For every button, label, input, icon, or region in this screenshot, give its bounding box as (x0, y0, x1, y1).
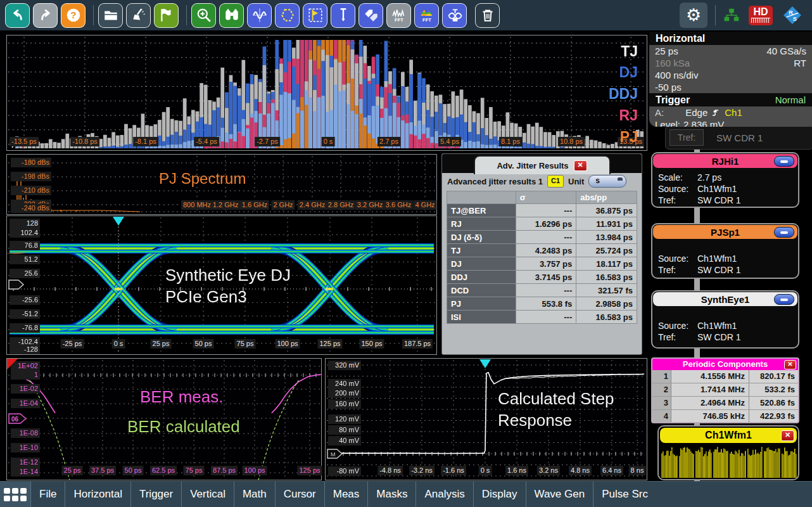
delete-button[interactable] (475, 3, 500, 28)
clear-sweep-button[interactable] (126, 3, 151, 28)
hd-mode-badge[interactable]: HD (749, 6, 773, 25)
eye-title-line1: Synthetic Eye DJ (165, 266, 291, 285)
menu-item-pulse-src[interactable]: Pulse Src (593, 482, 656, 507)
menu-item-display[interactable]: Display (473, 482, 526, 507)
step-x-tick: 1.6 ns (505, 466, 528, 475)
close-icon[interactable]: ✕ (574, 160, 587, 171)
dialog-tab[interactable]: Adv. Jitter Results ✕ (474, 155, 611, 174)
menu-item-trigger[interactable]: Trigger (130, 482, 181, 507)
cursor-button[interactable] (247, 3, 272, 28)
menu-item-horizontal[interactable]: Horizontal (65, 482, 130, 507)
menu-item-wave-gen[interactable]: Wave Gen (526, 482, 593, 507)
source-channel-badge[interactable]: C1 (547, 175, 564, 188)
signal-panel-title: RJHi1 (712, 156, 739, 167)
mask-test-button[interactable] (275, 3, 300, 28)
menu-item-masks[interactable]: Masks (367, 482, 416, 507)
measurement-button[interactable] (331, 3, 355, 28)
step-x-tick: 6.4 ns (600, 466, 623, 475)
spectrum-x-tick: 800 MHz (181, 200, 213, 210)
annotation-button[interactable] (303, 3, 327, 28)
periodic-components-panel[interactable]: Periodic Components ✕ 14.1556 MHz820.17 … (651, 357, 799, 423)
menu-item-cursor[interactable]: Cursor (275, 482, 324, 507)
ber-meas-label: BER meas. (140, 387, 224, 407)
results-row: DDJ3.7145 ps16.583 ps (447, 271, 637, 284)
menu-item-analysis[interactable]: Analysis (416, 482, 473, 507)
acquisition-info-panel[interactable]: Horizontal 25 ps40 GSa/s160 kSaRT400 ns/… (649, 32, 812, 127)
trigger-position-marker[interactable] (479, 359, 491, 368)
step-reference-marker[interactable]: M (327, 449, 343, 461)
fft-on-button[interactable]: FFT (414, 3, 439, 28)
result-abspp: 25.724 ps (576, 244, 637, 257)
step-title-line1: Calculated Step (498, 389, 614, 409)
menu-item-math[interactable]: Math (234, 482, 275, 507)
rjhi1-signal-panel[interactable]: RJHi1Scale:2.7 psSource:Ch1Wfm1Tref:SW C… (651, 152, 799, 208)
network-icon (723, 7, 740, 23)
pj-spectrum-plot[interactable]: PJ Spectrum -180 dBs-198 dBs-210 dBs-222… (6, 154, 437, 215)
minimize-button[interactable] (774, 294, 794, 305)
help-button[interactable]: ? (61, 3, 86, 28)
search-button[interactable] (219, 3, 244, 28)
unit-select[interactable]: s (588, 175, 626, 188)
periodic-component-row: 21.7414 MHz533.2 fs (652, 383, 798, 397)
syntheye1-header[interactable]: SynthEye1 (653, 292, 797, 306)
eye-y-tick: 102.4 (10, 228, 40, 238)
menu-item-vertical[interactable]: Vertical (181, 482, 234, 507)
ch1wfm1-header[interactable]: Ch1Wfm1 ✕ (660, 428, 797, 443)
folder-icon (103, 7, 119, 23)
spectrum-x-tick: 2 GHz (271, 200, 295, 210)
fft-off-button[interactable]: FFT (386, 3, 411, 28)
ber-level-marker[interactable]: 06 (8, 413, 27, 427)
trigger-position-marker[interactable] (113, 217, 124, 226)
question-icon: ? (65, 7, 82, 23)
result-name: DCD (447, 284, 516, 297)
rjhi1-header[interactable]: RJHi1 (653, 154, 797, 168)
syntheye1-signal-panel[interactable]: SynthEye1Source:Ch1Wfm1Tref:SW CDR 1 (651, 290, 799, 349)
waveform-cursor-icon (251, 7, 268, 23)
step-y-tick: 240 mV (328, 379, 361, 388)
eye-reference-marker[interactable] (8, 279, 25, 292)
step-response-plot[interactable]: M Calculated Step Response 320 mV240 mV2… (325, 358, 647, 480)
ber-bathtub-plot[interactable]: 06 BER meas. BER calculated 1E+0211E-021… (6, 358, 322, 480)
eye-x-tick: -25 ps (61, 339, 84, 349)
results-row: ISI---16.583 ps (447, 311, 637, 324)
ber-y-tick: 1E-08 (11, 428, 40, 438)
labels-button[interactable] (358, 3, 383, 28)
minimize-button[interactable] (774, 156, 794, 167)
jitter-histogram-plot[interactable]: -13.5 ps-10.8 ps-8.1 ps-5.4 ps-2.7 ps0 s… (6, 35, 647, 151)
trash-icon (479, 7, 496, 23)
ch1wfm1-panel[interactable]: Ch1Wfm1 ✕ (657, 425, 799, 480)
settings-button[interactable]: ⚙ (680, 3, 707, 28)
undo-button[interactable] (5, 3, 30, 28)
signal-panel-row: Source:Ch1Wfm1 (658, 183, 792, 195)
results-row: DJ3.757 ps18.117 ps (447, 257, 637, 271)
adv-jitter-results-dialog[interactable]: Adv. Jitter Results ✕ Advanced jitter re… (441, 153, 642, 355)
zoom-button[interactable] (191, 3, 216, 28)
menu-item-meas[interactable]: Meas (324, 482, 368, 507)
redo-button[interactable] (33, 3, 58, 28)
svg-text:M: M (331, 451, 336, 458)
spectrum-y-tick: -210 dBs (11, 186, 51, 195)
signal-panel-title: PJSp1 (711, 227, 740, 238)
edge-trigger-icon (711, 108, 721, 117)
close-icon[interactable]: ✕ (784, 360, 796, 369)
horizontal-row: -50 ps (649, 81, 812, 93)
result-abspp: 321.57 fs (576, 284, 637, 297)
signal-label-button[interactable] (154, 3, 179, 28)
open-file-button[interactable] (98, 3, 123, 28)
results-row: TJ4.2483 ps25.724 ps (447, 244, 637, 257)
minimize-button[interactable] (774, 227, 794, 238)
pjsp1-signal-panel[interactable]: PJSp1Source:Ch1Wfm1Tref:SW CDR 1 (651, 223, 799, 279)
apps-menu-button[interactable] (0, 482, 30, 507)
eye-mask-button[interactable] (442, 3, 467, 28)
main-menu-bar: FileHorizontalTriggerVerticalMathCursorM… (0, 481, 812, 507)
eye-y-tick: 51.2 (10, 255, 40, 264)
eye-x-tick: 50 ps (193, 339, 214, 349)
synthetic-eye-plot[interactable]: Synthetic Eye DJ PCIe Gen3 128102.476.85… (6, 215, 437, 355)
close-icon[interactable]: ✕ (781, 430, 794, 441)
menu-item-file[interactable]: File (30, 482, 65, 507)
pjsp1-header[interactable]: PJSp1 (653, 225, 797, 239)
hist-x-tick: -13.5 ps (10, 137, 39, 146)
rs-logo-icon: RS (782, 4, 803, 26)
synthetic-eye-canvas (7, 216, 436, 354)
result-name: PJ (447, 297, 516, 311)
